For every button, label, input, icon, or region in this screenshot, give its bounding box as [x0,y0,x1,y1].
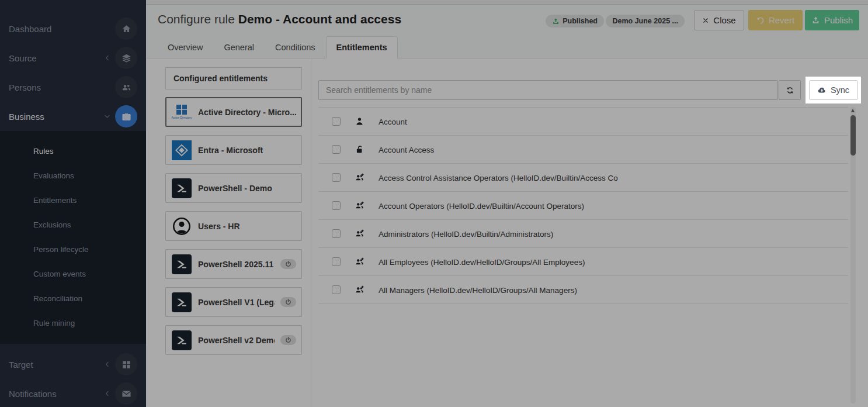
sync-spotlight: Sync [805,77,861,104]
cloud-download-icon [817,85,827,95]
sync-button[interactable]: Sync [809,80,858,100]
dim-overlay [0,0,868,407]
app-root: Dashboard Source Persons Busi [0,0,868,407]
